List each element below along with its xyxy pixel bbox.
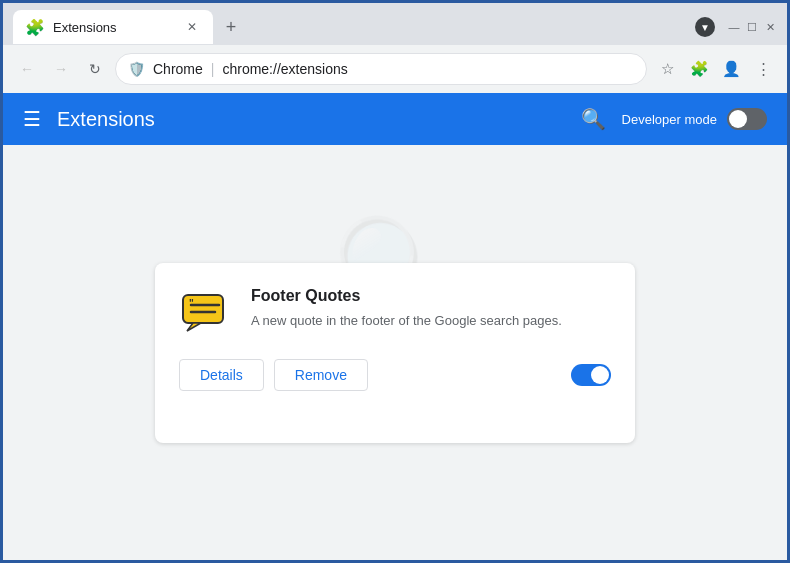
svg-text:": ": [189, 298, 194, 309]
card-header: " Footer Quotes A new quote in the foote…: [179, 287, 611, 339]
header-search-button[interactable]: 🔍: [581, 107, 606, 131]
browser-tab[interactable]: 🧩 Extensions ✕: [13, 10, 213, 44]
address-separator: |: [211, 61, 215, 77]
svg-marker-4: [187, 323, 201, 331]
tab-close-button[interactable]: ✕: [183, 18, 201, 36]
developer-mode-toggle[interactable]: [727, 108, 767, 130]
address-bar[interactable]: 🛡️ Chrome | chrome://extensions: [115, 53, 647, 85]
extensions-header: ☰ Extensions 🔍 Developer mode: [3, 93, 787, 145]
extensions-button[interactable]: 🧩: [685, 55, 713, 83]
address-favicon: 🛡️: [128, 61, 145, 77]
developer-mode-label: Developer mode: [622, 112, 717, 127]
minimize-button[interactable]: —: [727, 20, 741, 34]
forward-button[interactable]: →: [47, 55, 75, 83]
maximize-button[interactable]: ☐: [745, 20, 759, 34]
window-controls: ▼ — ☐ ✕: [687, 17, 777, 37]
nav-icons: ☆ 🧩 👤 ⋮: [653, 55, 777, 83]
extension-name: Footer Quotes: [251, 287, 611, 305]
remove-button[interactable]: Remove: [274, 359, 368, 391]
main-content: 🔍 risk.com ": [3, 145, 787, 560]
bookmark-button[interactable]: ☆: [653, 55, 681, 83]
extensions-page-title: Extensions: [57, 108, 581, 131]
profile-button[interactable]: 👤: [717, 55, 745, 83]
menu-button[interactable]: ⋮: [749, 55, 777, 83]
refresh-button[interactable]: ↻: [81, 55, 109, 83]
details-button[interactable]: Details: [179, 359, 264, 391]
extension-card: " Footer Quotes A new quote in the foote…: [155, 263, 635, 443]
extension-info: Footer Quotes A new quote in the footer …: [251, 287, 611, 331]
extension-description: A new quote in the footer of the Google …: [251, 311, 611, 331]
back-button[interactable]: ←: [13, 55, 41, 83]
new-tab-button[interactable]: +: [217, 13, 245, 41]
tab-title: Extensions: [53, 20, 175, 35]
extension-enabled-toggle[interactable]: [571, 364, 611, 386]
address-url: chrome://extensions: [222, 61, 634, 77]
extension-icon: ": [179, 287, 231, 339]
navigation-bar: ← → ↻ 🛡️ Chrome | chrome://extensions ☆ …: [3, 45, 787, 93]
profile-dropdown-icon[interactable]: ▼: [695, 17, 715, 37]
tab-favicon: 🧩: [25, 18, 45, 37]
extension-toggle-container: [571, 364, 611, 386]
browser-window: 🧩 Extensions ✕ + ▼ — ☐ ✕ ← → ↻ 🛡️ Chrome…: [3, 3, 787, 560]
close-window-button[interactable]: ✕: [763, 20, 777, 34]
address-chrome-label: Chrome: [153, 61, 203, 77]
hamburger-menu-button[interactable]: ☰: [23, 107, 41, 131]
title-bar: 🧩 Extensions ✕ + ▼ — ☐ ✕: [3, 3, 787, 45]
card-actions: Details Remove: [179, 359, 611, 391]
